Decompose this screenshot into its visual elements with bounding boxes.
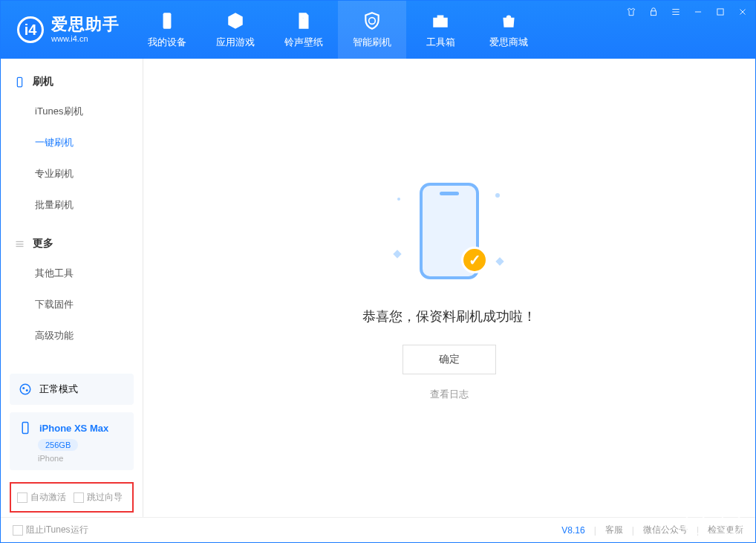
checkbox-label: 跳过向导 <box>87 492 123 502</box>
nav-toolbox[interactable]: 工具箱 <box>406 1 475 59</box>
music-file-icon <box>293 10 314 31</box>
maximize-button[interactable] <box>714 5 727 19</box>
svg-point-5 <box>20 384 30 394</box>
svg-rect-4 <box>17 77 22 87</box>
svg-rect-0 <box>163 13 172 29</box>
nav-label: 我的设备 <box>148 36 186 49</box>
shirt-icon[interactable] <box>625 5 638 19</box>
success-illustration: ✓ <box>382 175 516 287</box>
success-message: 恭喜您，保资料刷机成功啦！ <box>362 308 536 325</box>
svg-rect-2 <box>717 9 723 15</box>
mode-label: 正常模式 <box>39 383 78 396</box>
nav-smart-flash[interactable]: 智能刷机 <box>338 1 406 59</box>
nav-ringtone-wallpaper[interactable]: 铃声壁纸 <box>270 1 338 59</box>
phone-icon <box>19 421 32 435</box>
svg-rect-8 <box>22 423 28 434</box>
sidebar-item-advanced[interactable]: 高级功能 <box>1 320 143 351</box>
nav-store[interactable]: 爱思商城 <box>475 1 543 59</box>
phone-icon <box>14 77 25 88</box>
nav-label: 铃声壁纸 <box>284 36 323 49</box>
sidebar-group-more: 更多 <box>1 230 143 258</box>
title-bar: i4 爱思助手 www.i4.cn 我的设备 应用游戏 铃声壁纸 智能刷机 <box>1 1 755 59</box>
ok-button[interactable]: 确定 <box>403 345 496 374</box>
sidebar-item-pro-flash[interactable]: 专业刷机 <box>1 158 143 189</box>
menu-icon[interactable] <box>669 5 682 19</box>
device-type: iPhone <box>38 454 125 463</box>
sidebar-item-itunes-flash[interactable]: iTunes刷机 <box>1 96 143 127</box>
sidebar-group-title: 刷机 <box>33 75 53 88</box>
svg-point-7 <box>26 389 28 391</box>
close-button[interactable] <box>736 5 749 19</box>
svg-point-3 <box>729 520 732 524</box>
footer-link-support[interactable]: 客服 <box>605 524 623 536</box>
bag-icon <box>498 10 519 31</box>
auto-activate-checkbox[interactable]: 自动激活 <box>17 491 66 504</box>
sidebar-item-batch-flash[interactable]: 批量刷机 <box>1 189 143 221</box>
device-card[interactable]: iPhone XS Max 256GB iPhone <box>10 412 134 470</box>
window-controls <box>625 5 749 19</box>
sidebar: 刷机 iTunes刷机 一键刷机 专业刷机 批量刷机 更多 其他工具 下载固件 … <box>1 59 143 517</box>
footer: 阻止iTunes运行 V8.16 | 客服 | 微信公众号 | 检查更新 <box>1 517 755 542</box>
mode-icon <box>19 383 32 396</box>
check-icon: ✓ <box>461 247 488 273</box>
toolbox-icon <box>430 10 451 31</box>
version-label: V8.16 <box>561 525 584 536</box>
app-body: 刷机 iTunes刷机 一键刷机 专业刷机 批量刷机 更多 其他工具 下载固件 … <box>1 59 755 517</box>
header-right-icons <box>684 513 742 535</box>
lock-icon[interactable] <box>647 5 660 19</box>
main-nav: 我的设备 应用游戏 铃声壁纸 智能刷机 工具箱 爱思商城 <box>133 1 543 59</box>
sidebar-item-oneclick-flash[interactable]: 一键刷机 <box>1 127 143 158</box>
nav-label: 应用游戏 <box>216 36 255 49</box>
svg-point-6 <box>22 387 25 389</box>
shield-refresh-icon <box>362 10 382 31</box>
nav-my-device[interactable]: 我的设备 <box>133 1 201 59</box>
user-button[interactable] <box>720 513 742 535</box>
main-content: ✓ 恭喜您，保资料刷机成功啦！ 确定 查看日志 <box>143 59 755 517</box>
block-itunes-checkbox[interactable]: 阻止iTunes运行 <box>13 524 88 536</box>
nav-apps-games[interactable]: 应用游戏 <box>201 1 270 59</box>
logo: i4 爱思助手 www.i4.cn <box>1 16 133 43</box>
svg-rect-1 <box>651 11 656 16</box>
app-url: www.i4.cn <box>51 35 120 43</box>
download-button[interactable] <box>684 513 706 535</box>
logo-icon: i4 <box>17 16 44 43</box>
storage-badge: 256GB <box>38 439 78 451</box>
device-icon <box>157 10 177 31</box>
nav-label: 工具箱 <box>426 36 455 49</box>
sidebar-item-download-firmware[interactable]: 下载固件 <box>1 289 143 320</box>
footer-link-wechat[interactable]: 微信公众号 <box>643 524 688 536</box>
checkbox-label: 自动激活 <box>30 492 66 502</box>
bottom-options: 自动激活 跳过向导 <box>10 482 134 513</box>
minimize-button[interactable] <box>691 5 705 19</box>
app-name: 爱思助手 <box>51 16 120 33</box>
mode-card[interactable]: 正常模式 <box>10 374 134 405</box>
sidebar-item-other-tools[interactable]: 其他工具 <box>1 258 143 289</box>
view-log-link[interactable]: 查看日志 <box>430 388 469 401</box>
cube-icon <box>225 10 246 31</box>
sidebar-group-flash: 刷机 <box>1 68 143 96</box>
skip-guide-checkbox[interactable]: 跳过向导 <box>74 491 123 504</box>
nav-label: 智能刷机 <box>353 36 391 49</box>
checkbox-label: 阻止iTunes运行 <box>26 524 88 535</box>
sidebar-group-title: 更多 <box>33 237 53 250</box>
app-window: i4 爱思助手 www.i4.cn 我的设备 应用游戏 铃声壁纸 智能刷机 <box>0 0 756 543</box>
menu-icon <box>14 238 25 250</box>
nav-label: 爱思商城 <box>489 36 528 49</box>
device-name: iPhone XS Max <box>39 423 108 434</box>
